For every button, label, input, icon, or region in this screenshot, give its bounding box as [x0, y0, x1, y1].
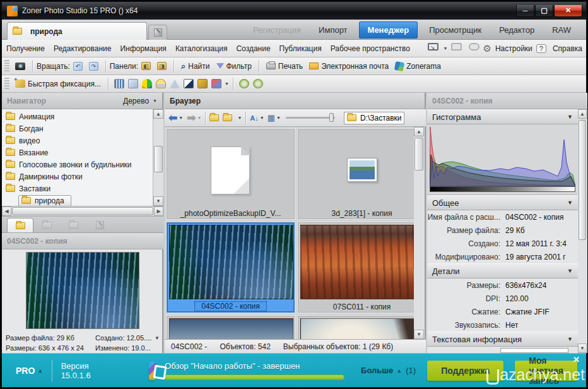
thumb-07sc011[interactable]: 07SC011 - копия — [297, 222, 415, 313]
web-monitor-icon[interactable] — [467, 43, 481, 54]
print-button[interactable]: Печать — [263, 60, 306, 73]
pro-label[interactable]: PRO — [16, 366, 35, 376]
tab-folder-tree[interactable] — [7, 218, 33, 232]
rotate-left-button[interactable]: ↶ — [70, 60, 86, 73]
view-grid-icon[interactable]: ▦ — [268, 113, 275, 123]
saturation-icon[interactable] — [142, 79, 152, 88]
red-eye-icon[interactable] — [197, 79, 208, 88]
favorite-folder-button[interactable] — [223, 114, 232, 121]
thumbnail-size-slider[interactable] — [286, 117, 335, 119]
text-info-section-header[interactable]: Текстовая информация▼ — [427, 332, 578, 347]
tree-item-priroda-selected[interactable]: природа — [2, 194, 153, 206]
rotate-right-button[interactable]: ↷ — [86, 60, 102, 73]
levels-icon[interactable] — [114, 79, 124, 88]
white-balance-icon[interactable] — [156, 79, 166, 88]
fullscreen-monitor-icon[interactable]: ↘ — [426, 43, 440, 54]
text-info-input[interactable] — [500, 348, 568, 353]
thumb-partial-2[interactable] — [297, 315, 415, 339]
back-dropdown-icon[interactable]: ▼ — [179, 116, 183, 120]
menu-catalog[interactable]: Каталогизация — [171, 41, 232, 56]
path-field[interactable]: D:\Заставки — [344, 112, 404, 124]
tree-horizontal-scrollbar[interactable]: ◀ ▶ — [2, 206, 163, 217]
tab-raw[interactable]: RAW — [543, 21, 580, 39]
scroll-down-icon[interactable]: ▼ — [414, 330, 424, 339]
thumb-partial-1[interactable] — [166, 315, 295, 339]
scroll-left-icon[interactable]: ◀ — [2, 206, 11, 216]
histogram-section-header[interactable]: Гистограмма▼ — [427, 109, 578, 124]
favorites-dropdown-icon[interactable]: ▼ — [237, 116, 242, 120]
monitor-dropdown-icon[interactable]: ▼ — [444, 46, 448, 51]
rotate-ccw-icon[interactable] — [239, 79, 249, 88]
settings-button[interactable]: Настройки — [491, 41, 536, 56]
scroll-down-icon[interactable]: ▼ — [153, 196, 163, 206]
help-icon[interactable]: ? — [536, 44, 546, 53]
newsbar-close-icon[interactable]: ✕ — [573, 355, 580, 364]
tab-manager[interactable]: Менеджер — [359, 21, 418, 39]
close-button[interactable]: ✕ — [554, 5, 582, 17]
second-monitor-icon[interactable] — [450, 43, 464, 54]
slider-knob[interactable] — [329, 113, 334, 122]
tab-keywords[interactable] — [86, 218, 113, 232]
menu-acquire[interactable]: Получение — [2, 41, 49, 56]
edit-tab[interactable] — [148, 25, 167, 40]
sort-dropdown-icon[interactable]: ▼ — [260, 116, 264, 120]
menu-edit[interactable]: Редактирование — [49, 41, 115, 56]
scroll-up-icon[interactable]: ▲ — [414, 127, 424, 136]
general-section-header[interactable]: Общее▼ — [427, 195, 578, 210]
details-section-header[interactable]: Детали▼ — [427, 263, 578, 278]
quick-fix-button[interactable]: Быстрая фиксация... — [12, 78, 104, 90]
effects-icon[interactable] — [211, 79, 221, 88]
minimize-button[interactable]: ─ — [516, 5, 534, 17]
toolbar-grip[interactable] — [4, 60, 9, 73]
tree-item-animation[interactable]: Анимация — [2, 111, 153, 123]
folder-tab-priroda[interactable]: природа — [7, 22, 147, 40]
sharpen-icon[interactable] — [170, 80, 180, 88]
tab-import[interactable]: Импорт — [310, 21, 356, 39]
tab-viewer[interactable]: Просмотрщик — [420, 21, 490, 39]
email-button[interactable]: Электронная почта — [306, 60, 392, 73]
menu-workspace[interactable]: Рабочее пространство — [326, 41, 415, 56]
acquire-button[interactable] — [12, 61, 28, 72]
filter-button[interactable]: Фильтр — [213, 60, 255, 73]
tree-mode-dropdown[interactable]: Дерево▼ — [123, 97, 157, 105]
tree-item-voice[interactable]: Голосовые звонки и будильники — [2, 159, 153, 171]
rotate-cw-icon[interactable] — [253, 79, 263, 88]
contrast-icon[interactable] — [184, 79, 194, 88]
curves-icon[interactable] — [128, 79, 138, 88]
find-button[interactable]: ⌕Найти — [178, 59, 213, 73]
sort-icon[interactable]: A↓ — [250, 114, 258, 122]
tab-registration[interactable]: Регистрация — [244, 21, 310, 39]
preview-info-dropdown-icon[interactable]: ▼ — [155, 335, 160, 341]
scroll-up-icon[interactable]: ▲ — [153, 109, 163, 119]
maximize-button[interactable]: ▢ — [535, 5, 553, 17]
toolbar-grip-2[interactable] — [4, 78, 9, 90]
gear-icon[interactable]: ⚙ — [483, 43, 491, 54]
up-folder-button[interactable] — [209, 114, 219, 121]
tree-item-vyazanie[interactable]: Вязание — [2, 147, 153, 159]
tree-item-bogdan[interactable]: Богдан — [2, 123, 153, 135]
zonerama-button[interactable]: Zonerama — [392, 60, 444, 73]
scroll-right-icon[interactable]: ▶ — [154, 206, 163, 216]
tab-editor[interactable]: Редактор — [490, 21, 543, 39]
browser-vertical-scrollbar[interactable]: ▲ ▼ — [414, 127, 425, 339]
panel-info-button[interactable]: ◨ — [154, 60, 170, 72]
panel-navigator-button[interactable]: ◧ — [138, 60, 154, 72]
menu-information[interactable]: Информация — [115, 41, 170, 56]
effects-dropdown-icon[interactable]: ▼ — [225, 81, 229, 86]
thumb-backup-file[interactable]: _photoOptimizeBackupID_V... — [166, 128, 295, 220]
tree-item-damirkiny[interactable]: Дамиркины фотки — [2, 171, 153, 183]
forward-button[interactable]: ➡ — [187, 114, 196, 123]
info-vertical-scrollbar[interactable]: ▲ ▼ — [578, 109, 587, 353]
news-message[interactable]: Обзор "Начало работы" - завершен — [165, 361, 344, 371]
thumb-3d283[interactable]: 3d_283[1] - копия — [297, 128, 415, 220]
tree-item-video[interactable]: видео — [2, 135, 153, 147]
forward-dropdown-icon[interactable]: ▼ — [197, 116, 201, 120]
tab-favorites[interactable] — [60, 218, 86, 232]
scroll-up-icon[interactable]: ▲ — [578, 109, 587, 119]
back-button[interactable]: ⬅ — [168, 114, 177, 123]
menu-publish[interactable]: Публикация — [275, 41, 326, 56]
scroll-down-icon[interactable]: ▼ — [578, 344, 587, 353]
tab-albums[interactable] — [33, 218, 60, 232]
menu-create[interactable]: Создание — [232, 41, 274, 56]
preview-image[interactable] — [26, 252, 139, 329]
